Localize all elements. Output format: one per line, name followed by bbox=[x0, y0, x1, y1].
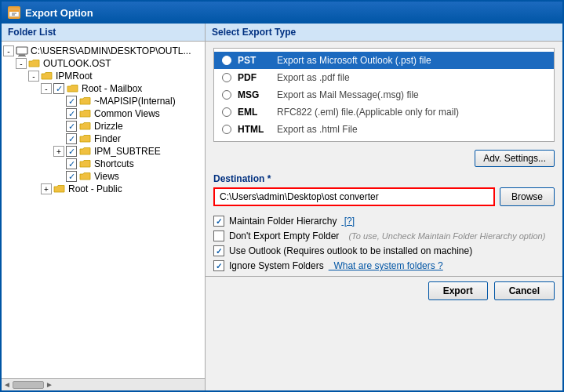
ignore-system-label: Ignore System Folders bbox=[229, 260, 324, 271]
radio-html[interactable] bbox=[222, 125, 231, 134]
use-outlook-label: Use Outlook (Requires outlook to be inst… bbox=[229, 245, 472, 256]
export-option-window: Export Option Folder List - bbox=[0, 0, 564, 392]
html-desc: Export as .html File bbox=[277, 124, 358, 135]
option-dont-export-empty: Don't Export Empty Folder (To use, Unche… bbox=[213, 230, 555, 241]
checkbox-drizzle[interactable] bbox=[66, 121, 77, 132]
checkbox-views[interactable] bbox=[66, 171, 77, 182]
app-icon bbox=[8, 6, 20, 19]
svg-rect-6 bbox=[18, 56, 26, 56]
folder-icon-outlook bbox=[28, 59, 41, 68]
destination-label: Destination * bbox=[213, 173, 555, 184]
ignore-system-help[interactable]: What are system folders ? bbox=[329, 260, 443, 271]
pst-desc: Export as Microsoft Outlook (.pst) file bbox=[277, 55, 431, 66]
right-panel: Select Export Type PST Export as Microso… bbox=[206, 24, 562, 390]
ipmroot-label: IPMRoot bbox=[56, 71, 93, 82]
tree-item-views[interactable]: Views bbox=[3, 170, 203, 183]
folder-icon-views bbox=[79, 172, 92, 181]
common-views-label: Common Views bbox=[94, 108, 160, 119]
options-section: Maintain Folder Hierarchy [?] Don't Expo… bbox=[206, 211, 562, 276]
export-type-pst[interactable]: PST Export as Microsoft Outlook (.pst) f… bbox=[214, 52, 554, 69]
folder-icon-ipmroot bbox=[41, 71, 53, 81]
radio-pdf[interactable] bbox=[222, 73, 231, 82]
scrollbar-thumb[interactable] bbox=[13, 381, 44, 389]
tree-item-common-views[interactable]: Common Views bbox=[3, 107, 203, 120]
scroll-right-arrow[interactable]: ► bbox=[45, 380, 53, 389]
svg-rect-5 bbox=[19, 54, 25, 56]
checkbox-dont-export-empty[interactable] bbox=[213, 230, 224, 241]
expand-root-mailbox[interactable]: - bbox=[41, 83, 52, 94]
folder-list-header: Folder List bbox=[2, 24, 205, 42]
checkbox-ignore-system[interactable] bbox=[213, 260, 224, 271]
checkbox-shortcuts[interactable] bbox=[66, 158, 77, 169]
window-title: Export Option bbox=[25, 7, 93, 19]
export-button[interactable]: Export bbox=[428, 281, 488, 300]
tree-item-ipm-subtree[interactable]: + IPM_SUBTREE bbox=[3, 145, 203, 158]
root-public-label: Root - Public bbox=[68, 183, 122, 194]
export-type-html[interactable]: HTML Export as .html File bbox=[214, 121, 554, 138]
scroll-left-arrow[interactable]: ◄ bbox=[3, 380, 11, 389]
outlook-ost-label: OUTLOOK.OST bbox=[43, 58, 111, 69]
checkbox-use-outlook[interactable] bbox=[213, 245, 224, 256]
maintain-hierarchy-label: Maintain Folder Hierarchy bbox=[229, 216, 337, 227]
folder-icon-root-mailbox bbox=[67, 84, 79, 93]
mapisinternal-label: ~MAPISIP(Internal) bbox=[94, 96, 176, 107]
checkbox-root-mailbox[interactable] bbox=[53, 83, 64, 94]
eml-name: EML bbox=[238, 107, 277, 118]
adv-settings-button[interactable]: Adv. Settings... bbox=[475, 150, 555, 167]
destination-input[interactable] bbox=[213, 187, 495, 206]
option-use-outlook: Use Outlook (Requires outlook to be inst… bbox=[213, 245, 555, 256]
checkbox-finder[interactable] bbox=[66, 133, 77, 144]
tree-item-finder[interactable]: Finder bbox=[3, 132, 203, 145]
tree-item-shortcuts[interactable]: Shortcuts bbox=[3, 158, 203, 170]
pdf-desc: Export as .pdf file bbox=[277, 72, 350, 83]
adv-settings-row: Adv. Settings... bbox=[206, 147, 562, 170]
expand-ipm-subtree[interactable]: + bbox=[53, 146, 64, 157]
cancel-button[interactable]: Cancel bbox=[494, 281, 555, 300]
computer-icon bbox=[16, 46, 28, 56]
expand-root-public[interactable]: + bbox=[41, 183, 52, 194]
checkbox-mapisinternal[interactable] bbox=[66, 96, 77, 107]
radio-msg[interactable] bbox=[222, 90, 231, 100]
shortcuts-label: Shortcuts bbox=[94, 158, 134, 169]
export-type-pdf[interactable]: PDF Export as .pdf file bbox=[214, 69, 554, 86]
expand-outlook-ost[interactable]: - bbox=[16, 58, 27, 69]
folder-icon-common-views bbox=[79, 109, 92, 118]
eml-desc: RFC822 (.eml) file.(Applicable only for … bbox=[277, 107, 459, 118]
export-type-msg[interactable]: MSG Export as Mail Message(.msg) file bbox=[214, 86, 554, 103]
expand-root-drive[interactable]: - bbox=[3, 45, 14, 56]
tree-item-drizzle[interactable]: Drizzle bbox=[3, 120, 203, 132]
svg-rect-1 bbox=[9, 9, 19, 12]
folder-tree: - C:\USERS\ADMIN\DESKTOP\OUTL... - bbox=[2, 42, 205, 378]
export-type-eml[interactable]: EML RFC822 (.eml) file.(Applicable only … bbox=[214, 103, 554, 121]
select-export-type-header: Select Export Type bbox=[206, 24, 562, 42]
folder-icon-finder bbox=[79, 134, 92, 143]
tree-item-root-drive[interactable]: - C:\USERS\ADMIN\DESKTOP\OUTL... bbox=[3, 45, 203, 57]
left-panel: Folder List - C:\USERS\ADMIN\DESKTOP\OUT… bbox=[2, 24, 206, 390]
root-mailbox-label: Root - Mailbox bbox=[82, 83, 142, 94]
ipm-subtree-label: IPM_SUBTREE bbox=[94, 146, 161, 157]
horizontal-scrollbar[interactable]: ◄ ► bbox=[2, 378, 205, 390]
msg-desc: Export as Mail Message(.msg) file bbox=[277, 89, 419, 100]
destination-row: Browse bbox=[213, 187, 555, 206]
tree-item-root-public[interactable]: + Root - Public bbox=[3, 183, 203, 195]
folder-icon-mapisinternal bbox=[79, 96, 92, 106]
export-type-list: PST Export as Microsoft Outlook (.pst) f… bbox=[213, 48, 555, 142]
folder-icon-root-public bbox=[53, 184, 66, 194]
checkbox-common-views[interactable] bbox=[66, 108, 77, 119]
tree-item-ipmroot[interactable]: - IPMRoot bbox=[3, 70, 203, 82]
pst-name: PST bbox=[238, 55, 277, 66]
expand-ipmroot[interactable]: - bbox=[28, 71, 39, 82]
dont-export-empty-note: (To use, Uncheck Maintain Folder Hierarc… bbox=[344, 231, 545, 241]
html-name: HTML bbox=[238, 124, 277, 135]
radio-pst[interactable] bbox=[222, 56, 231, 65]
dont-export-empty-label: Don't Export Empty Folder bbox=[229, 230, 339, 241]
checkbox-maintain-hierarchy[interactable] bbox=[213, 216, 224, 227]
tree-item-root-mailbox[interactable]: - Root - Mailbox bbox=[3, 82, 203, 95]
tree-item-outlook-ost[interactable]: - OUTLOOK.OST bbox=[3, 57, 203, 70]
folder-icon-ipm-subtree bbox=[79, 147, 92, 156]
tree-item-mapisinternal[interactable]: ~MAPISIP(Internal) bbox=[3, 95, 203, 107]
radio-eml[interactable] bbox=[222, 107, 231, 117]
checkbox-ipm-subtree[interactable] bbox=[66, 146, 77, 157]
browse-button[interactable]: Browse bbox=[500, 187, 555, 206]
maintain-hierarchy-help[interactable]: [?] bbox=[341, 216, 355, 227]
